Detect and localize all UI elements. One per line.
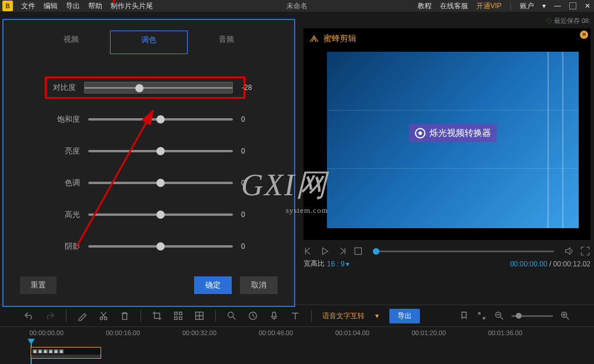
ruler-mark: 00:01:20.00 [412,329,488,342]
menu-help[interactable]: 帮助 [88,1,102,11]
menu-titles[interactable]: 制作片头片尾 [111,1,153,11]
zoom-slider[interactable] [512,315,553,317]
overlay-app-icon [415,128,426,138]
delete-icon[interactable] [119,310,130,321]
confirm-button[interactable]: 确定 [194,276,232,294]
preview-viewport: ✕ 蜜蜂剪辑 烁光视频转换器 [303,28,590,240]
save-status: ◇ 最近保存 08: [546,16,590,25]
grid-icon[interactable] [194,310,205,321]
playback-progress[interactable] [373,251,554,252]
playback-controls [303,246,590,256]
value-shadow: 0 [241,242,259,251]
mic-icon[interactable] [269,310,279,321]
slider-row-shadow: 阴影 0 [51,231,259,262]
zoom-out-icon[interactable] [494,310,505,321]
preview-close-icon[interactable]: ✕ [580,31,588,39]
notification-dot [113,0,115,2]
svg-rect-5 [179,312,182,315]
duration-icon[interactable] [248,310,258,321]
timeline-toolbar: 语音文字互转 ▾ 导出 [0,305,594,327]
menu-edit[interactable]: 编辑 [44,1,58,11]
value-highlight: 0 [241,211,259,219]
time-sep: / [549,260,553,268]
slider-hue[interactable] [88,182,233,184]
preview-panel: ◇ 最近保存 08: ✕ 蜜蜂剪辑 烁光视频转换器 [295,19,594,300]
slider-row-contrast: 对比度 -28 [51,72,259,103]
svg-rect-6 [175,317,178,320]
ruler-mark: 00:01:36.00 [488,329,565,342]
value-contrast: -28 [242,84,259,92]
link-tutorial[interactable]: 教程 [418,1,432,11]
voice-text-dropdown-icon[interactable]: ▾ [375,312,379,320]
ruler-mark: 00:01:04.00 [335,329,412,342]
marker-icon[interactable] [459,310,469,321]
menu-file[interactable]: 文件 [21,1,35,11]
next-frame-button[interactable] [336,246,347,256]
voice-text-button[interactable]: 语音文字互转 [322,311,365,321]
tab-audio[interactable]: 音频 [188,31,265,54]
maximize-button[interactable] [569,2,576,9]
top-menu-bar: B 文件 编辑 导出 帮助 制作片头片尾 未命名 教程 在线客服 开通VIP |… [0,0,594,12]
account-dropdown-icon[interactable]: ▾ [542,2,546,10]
undo-icon[interactable] [24,310,34,321]
timeline-ruler[interactable]: 00:00:00.00 00:00:16.00 00:00:32.00 00:0… [0,327,594,342]
link-account[interactable]: 账户 [520,1,534,11]
color-adjust-panel: 视频 调色 音频 对比度 -28 饱和度 [2,19,295,307]
prev-frame-button[interactable] [303,246,314,256]
aspect-value[interactable]: 16 : 9 [327,260,345,268]
bee-icon [308,33,320,45]
fullscreen-icon[interactable] [580,246,590,256]
slider-row-highlight: 高光 0 [51,199,259,231]
redo-icon[interactable] [45,310,55,321]
slider-saturation[interactable] [88,118,233,121]
slider-contrast[interactable] [84,82,233,93]
overlay-app-badge: 烁光视频转换器 [409,124,497,142]
slider-brightness[interactable] [88,150,233,152]
label-brightness: 亮度 [51,146,80,156]
cut-icon[interactable] [98,310,109,321]
tab-video[interactable]: 视频 [33,31,110,54]
svg-point-9 [228,312,233,318]
divider: | [510,2,512,10]
close-button[interactable]: ✕ [585,2,590,10]
ruler-mark: 00:00:00.00 [29,329,106,342]
text-icon[interactable] [290,310,301,321]
stop-button[interactable] [353,246,363,256]
export-button[interactable]: 导出 [389,309,420,323]
value-hue: 0 [241,179,259,187]
svg-rect-4 [175,312,178,315]
ruler-mark: 00:00:48.00 [259,329,335,342]
preview-app-title: 蜜蜂剪辑 [323,34,356,44]
label-shadow: 阴影 [51,241,80,252]
ruler-mark: 00:00:16.00 [106,329,182,342]
volume-icon[interactable] [563,246,574,256]
menu-export[interactable]: 导出 [66,1,80,11]
link-service[interactable]: 在线客服 [440,1,468,11]
zoom-tool-icon[interactable] [226,310,237,321]
project-title: 未命名 [286,1,308,11]
play-button[interactable] [320,246,331,256]
zoom-in-icon[interactable] [560,310,570,321]
tab-color[interactable]: 调色 [110,31,188,54]
minimize-button[interactable]: — [554,2,561,10]
slider-shadow[interactable] [88,245,233,248]
mosaic-icon[interactable] [173,310,183,321]
app-logo: B [2,1,13,11]
svg-rect-7 [179,317,182,320]
reset-button[interactable]: 重置 [20,276,56,294]
video-clip[interactable]: ▣▣▣▣▣▣ [31,347,101,359]
fit-icon[interactable] [476,310,487,321]
slider-row-hue: 色调 0 [51,167,259,199]
svg-rect-0 [355,248,361,254]
label-contrast: 对比度 [46,82,76,93]
cancel-button[interactable]: 取消 [240,276,278,294]
label-hue: 色调 [51,178,80,188]
slider-highlight[interactable] [88,213,233,216]
ruler-mark: 00:00:32.00 [182,329,259,342]
link-vip[interactable]: 开通VIP [476,1,502,11]
label-saturation: 饱和度 [51,114,80,125]
timeline-tracks[interactable]: ▣▣▣▣▣▣ [0,342,594,360]
edit-icon[interactable] [77,310,88,321]
aspect-dropdown-icon[interactable]: ▾ [346,260,349,268]
crop-icon[interactable] [152,310,162,321]
